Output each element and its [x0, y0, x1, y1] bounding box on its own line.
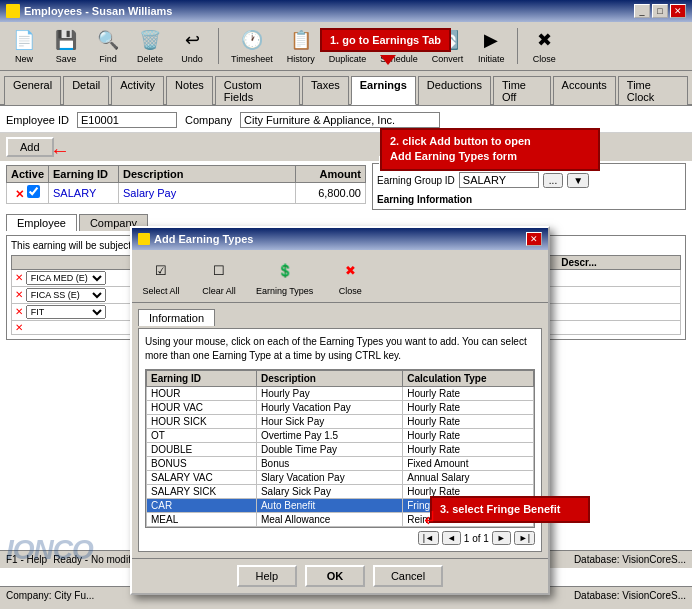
earning-type-row[interactable]: SALARY VAC Slary Vacation Pay Annual Sal…	[147, 471, 534, 485]
earning-type-row[interactable]: CAR Auto Benefit Fringe Benefit	[147, 499, 534, 513]
dialog-close-button[interactable]: ✕	[526, 232, 542, 246]
dialog-toolbar: ☑ Select All ☐ Clear All 💲 Earning Types…	[132, 250, 548, 303]
earning-group-id-input[interactable]	[459, 172, 539, 188]
col-description: Description	[119, 166, 296, 183]
earn-calc-cell: Reimbursement	[403, 513, 534, 527]
earning-group-id-row: Earning Group ID ... ▼	[377, 172, 681, 188]
delete-button[interactable]: 🗑️ Delete	[132, 26, 168, 66]
tab-taxes[interactable]: Taxes	[302, 76, 349, 105]
toolbar-close-button[interactable]: ✖ Close	[526, 26, 562, 66]
employee-id-label: Employee ID	[6, 114, 69, 126]
employee-tab[interactable]: Employee	[6, 214, 77, 231]
last-page-button[interactable]: ►|	[514, 531, 535, 545]
amount-cell: 6,800.00	[296, 183, 366, 204]
earn-col-id: Earning ID	[147, 371, 257, 387]
tab-general[interactable]: General	[4, 76, 61, 105]
earning-info-title: Earning Information	[377, 194, 681, 205]
tab-deductions[interactable]: Deductions	[418, 76, 491, 105]
new-button[interactable]: 📄 New	[6, 26, 42, 66]
earn-calc-cell: Fringe Benefit	[403, 499, 534, 513]
next-page-button[interactable]: ►	[492, 531, 511, 545]
earn-calc-cell: Fixed Amount	[403, 457, 534, 471]
tab-detail[interactable]: Detail	[63, 76, 109, 105]
database-info: Database: VisionCoreS...	[574, 554, 686, 565]
earning-type-row[interactable]: BONUS Bonus Fixed Amount	[147, 457, 534, 471]
ok-button[interactable]: OK	[305, 565, 365, 587]
active-checkbox[interactable]	[27, 185, 40, 198]
earning-type-row[interactable]: HOUR SICK Hour Sick Pay Hourly Rate	[147, 415, 534, 429]
earning-type-row[interactable]: MEAL Meal Allowance Reimbursement	[147, 513, 534, 527]
tab-time-off[interactable]: Time Off	[493, 76, 551, 105]
earning-group-dropdown-button[interactable]: ▼	[567, 173, 589, 188]
tab-bar: General Detail Activity Notes Custom Fie…	[0, 71, 692, 106]
cancel-button[interactable]: Cancel	[373, 565, 443, 587]
tab-custom-fields[interactable]: Custom Fields	[215, 76, 300, 105]
clear-all-button[interactable]: ☐ Clear All	[194, 254, 244, 298]
earning-group-panel: Earning Group Earning Group ID ... ▼ Ear…	[372, 163, 686, 210]
earn-id-cell: OT	[147, 429, 257, 443]
earning-type-row[interactable]: HOUR Hourly Pay Hourly Rate	[147, 387, 534, 401]
add-earning-types-dialog: Add Earning Types ✕ ☑ Select All ☐ Clear…	[130, 226, 550, 595]
convert-button[interactable]: 🔄 Convert	[428, 26, 468, 66]
select-all-button[interactable]: ☑ Select All	[136, 254, 186, 298]
company-input[interactable]	[240, 112, 440, 128]
initiate-button[interactable]: ▶ Initiate	[473, 26, 509, 66]
history-button[interactable]: 📋 History	[283, 26, 319, 66]
tab-activity[interactable]: Activity	[111, 76, 164, 105]
earning-type-row[interactable]: DOUBLE Double Time Pay Hourly Rate	[147, 443, 534, 457]
earning-group-browse-button[interactable]: ...	[543, 173, 563, 188]
col-active: Active	[7, 166, 49, 183]
dialog-tab-area: Information	[138, 309, 542, 326]
tab-accounts[interactable]: Accounts	[553, 76, 616, 105]
earning-type-row[interactable]: HOUR VAC Hourly Vacation Pay Hourly Rate	[147, 401, 534, 415]
description-cell: Salary Pay	[119, 183, 296, 204]
table-row[interactable]: ✕ SALARY Salary Pay 6,800.00	[7, 183, 366, 204]
dialog-title-bar: Add Earning Types ✕	[132, 228, 548, 250]
duplicate-button[interactable]: 📑 Duplicate	[325, 26, 371, 66]
timesheet-button[interactable]: 🕐 Timesheet	[227, 26, 277, 66]
help-button[interactable]: Help	[237, 565, 297, 587]
dialog-footer: Help OK Cancel	[132, 558, 548, 593]
minimize-button[interactable]: _	[634, 4, 650, 18]
earn-desc-cell: Salary Sick Pay	[256, 485, 402, 499]
first-page-button[interactable]: |◄	[418, 531, 439, 545]
f1-help: F1 - Help	[6, 554, 47, 565]
save-button[interactable]: 💾 Save	[48, 26, 84, 66]
earning-type-row[interactable]: OT Overtime Pay 1.5 Hourly Rate	[147, 429, 534, 443]
earn-id-cell: HOUR	[147, 387, 257, 401]
earn-desc-cell: Hourly Vacation Pay	[256, 401, 402, 415]
earn-calc-cell: Hourly Rate	[403, 485, 534, 499]
dialog-toolbar-close-button[interactable]: ✖ Close	[325, 254, 375, 298]
add-earning-button[interactable]: Add	[6, 137, 54, 157]
dialog-content: Information Using your mouse, click on e…	[132, 303, 548, 558]
maximize-button[interactable]: □	[652, 4, 668, 18]
dialog-title-text: Add Earning Types	[154, 233, 253, 245]
tab-earnings[interactable]: Earnings	[351, 76, 416, 105]
earnings-area: Active Earning ID Description Amount ✕ S…	[0, 161, 692, 210]
toolbar-divider-2	[517, 28, 518, 64]
earn-id-cell: DOUBLE	[147, 443, 257, 457]
earning-type-row[interactable]: SALARY SICK Salary Sick Pay Hourly Rate	[147, 485, 534, 499]
window-controls: _ □ ✕	[634, 4, 686, 18]
earn-col-desc: Description	[256, 371, 402, 387]
information-tab[interactable]: Information	[138, 309, 215, 326]
employee-id-input[interactable]	[77, 112, 177, 128]
close-button[interactable]: ✕	[670, 4, 686, 18]
earning-types-table-container[interactable]: Earning ID Description Calculation Type …	[145, 369, 535, 528]
earning-id-cell: SALARY	[49, 183, 119, 204]
prev-page-button[interactable]: ◄	[442, 531, 461, 545]
earn-desc-cell: Hour Sick Pay	[256, 415, 402, 429]
earning-types-button[interactable]: 💲 Earning Types	[252, 254, 317, 298]
earn-calc-cell: Hourly Rate	[403, 443, 534, 457]
title-bar: Employees - Susan Williams _ □ ✕	[0, 0, 692, 22]
find-button[interactable]: 🔍 Find	[90, 26, 126, 66]
earning-group-title: Earning Group	[379, 156, 455, 167]
tab-notes[interactable]: Notes	[166, 76, 213, 105]
tab-time-clock[interactable]: Time Clock	[618, 76, 688, 105]
earnings-table-area: Active Earning ID Description Amount ✕ S…	[6, 161, 366, 210]
schedule-button[interactable]: 📅 Schedule	[376, 26, 422, 66]
undo-button[interactable]: ↩ Undo	[174, 26, 210, 66]
earn-desc-cell: Bonus	[256, 457, 402, 471]
dialog-info-text: Using your mouse, click on each of the E…	[145, 335, 535, 363]
earn-desc-cell: Hourly Pay	[256, 387, 402, 401]
